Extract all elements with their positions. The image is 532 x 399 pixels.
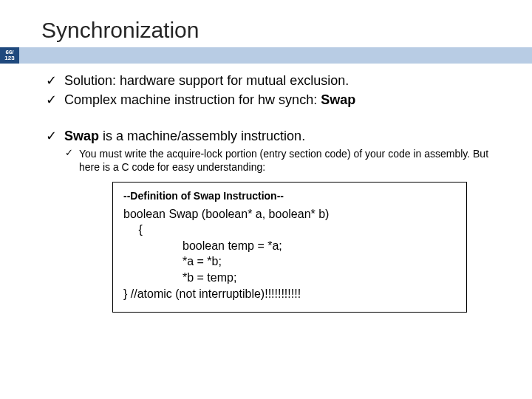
- code-line: boolean temp = *a;: [123, 238, 456, 254]
- code-line: } //atomic (not interruptible)!!!!!!!!!!…: [123, 287, 301, 300]
- check-icon: ✓: [46, 72, 57, 89]
- code-line: {: [123, 222, 456, 238]
- bullet-list: ✓ Swap is a machine/assembly instruction…: [46, 128, 497, 145]
- code-line: *a = *b;: [123, 253, 456, 270]
- check-icon: ✓: [46, 92, 57, 109]
- list-item: ✓ Solution: hardware support for mutual …: [46, 72, 497, 89]
- check-icon: ✓: [46, 128, 57, 145]
- bullet-text-part: is a machine/assembly instruction.: [99, 129, 305, 143]
- bullet-text-part: Complex machine instruction for hw synch…: [64, 92, 321, 107]
- page-number-badge: 66/ 123: [0, 47, 19, 64]
- sub-bullet-list: ✓ You must write the acquire-lock portio…: [46, 147, 497, 174]
- code-line: boolean Swap (boolean* a, boolean* b): [123, 208, 329, 220]
- page-den: 123: [4, 55, 14, 61]
- list-item: ✓ You must write the acquire-lock portio…: [65, 147, 497, 174]
- list-item: ✓ Swap is a machine/assembly instruction…: [46, 128, 497, 145]
- bullet-text: Solution: hardware support for mutual ex…: [64, 72, 497, 89]
- code-block: boolean Swap (boolean* a, boolean* b) {b…: [123, 206, 456, 302]
- check-icon: ✓: [65, 147, 73, 174]
- bullet-text-bold: Swap: [64, 129, 99, 143]
- list-item: ✓ Complex machine instruction for hw syn…: [46, 92, 497, 109]
- content-area: ✓ Solution: hardware support for mutual …: [0, 64, 532, 313]
- bullet-text: Complex machine instruction for hw synch…: [64, 92, 497, 109]
- bullet-list: ✓ Solution: hardware support for mutual …: [46, 72, 497, 109]
- sub-bullet-text: You must write the acquire-lock portion …: [79, 147, 497, 174]
- code-box: --Definition of Swap Instruction-- boole…: [112, 182, 467, 313]
- spacer: [46, 112, 497, 128]
- code-box-header: --Definition of Swap Instruction--: [123, 190, 456, 202]
- bullet-text-bold: Swap: [321, 92, 355, 107]
- code-line: *b = temp;: [123, 270, 456, 286]
- slide: Synchronization 66/ 123 ✓ Solution: hard…: [0, 18, 532, 399]
- bullet-text: Swap is a machine/assembly instruction.: [64, 128, 497, 145]
- page-title: Synchronization: [41, 18, 532, 43]
- accent-bar: 66/ 123: [0, 47, 532, 64]
